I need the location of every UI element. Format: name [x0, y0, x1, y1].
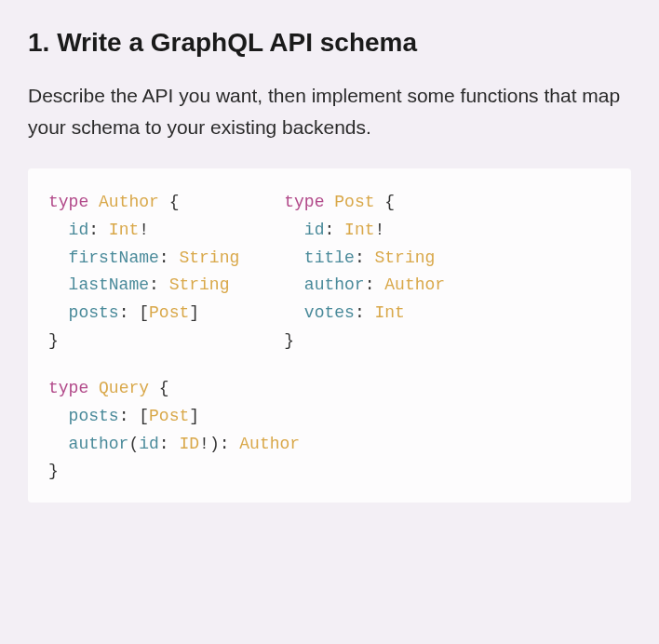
section-description: Describe the API you want, then implemen… [28, 80, 631, 142]
paren-open: ( [128, 435, 139, 453]
bracket-open: [ [139, 303, 149, 322]
bang: ! [374, 221, 384, 239]
colon: : [159, 435, 180, 453]
keyword-type: type [48, 379, 88, 397]
arg-id: id [139, 435, 159, 453]
type-int: Int [109, 221, 139, 239]
keyword-type: type [48, 193, 88, 211]
type-id: ID [179, 435, 199, 453]
field-posts: posts [69, 303, 119, 322]
field-lastname: lastName [69, 275, 149, 294]
colon: : [119, 303, 140, 322]
code-post-type: type Post { id: Int! title: String autho… [284, 189, 445, 355]
field-author: author [304, 275, 365, 294]
typename-post: Post [334, 193, 374, 211]
colon: : [149, 275, 169, 294]
type-post: Post [149, 407, 189, 425]
keyword-type: type [284, 193, 324, 211]
field-votes: votes [304, 303, 355, 322]
code-row: type Author { id: Int! firstName: String… [48, 189, 611, 355]
typename-author: Author [99, 193, 159, 211]
type-author: Author [384, 275, 445, 294]
brace-open: { [159, 193, 180, 211]
type-int: Int [344, 221, 374, 239]
field-author: author [69, 435, 129, 453]
type-post: Post [149, 303, 189, 322]
section-heading: 1. Write a GraphQL API schema [28, 28, 631, 58]
colon: : [88, 221, 109, 239]
field-title: title [304, 248, 355, 267]
typename-query: Query [99, 379, 149, 397]
brace-close: } [284, 331, 294, 350]
type-string: String [169, 275, 230, 294]
colon: : [365, 275, 385, 294]
type-int: Int [374, 303, 404, 322]
type-string: String [374, 248, 435, 267]
colon: : [159, 248, 180, 267]
colon: : [324, 221, 344, 239]
bracket-open: [ [139, 407, 149, 425]
colon: : [355, 303, 375, 322]
code-block: type Author { id: Int! firstName: String… [28, 168, 631, 503]
brace-open: { [375, 193, 396, 211]
field-posts: posts [69, 407, 119, 425]
bang: ! [139, 221, 149, 239]
field-id: id [304, 221, 325, 239]
bracket-close: ] [189, 303, 199, 322]
brace-open: { [149, 379, 169, 397]
colon: : [220, 435, 240, 453]
type-string: String [179, 248, 239, 267]
colon: : [119, 407, 140, 425]
code-author-type: type Author { id: Int! firstName: String… [48, 189, 239, 355]
code-query-type: type Query { posts: [Post] author(id: ID… [48, 375, 611, 486]
field-firstname: firstName [69, 248, 159, 267]
brace-close: } [48, 331, 59, 350]
bang: ! [199, 435, 209, 453]
field-id: id [69, 221, 89, 239]
colon: : [355, 248, 375, 267]
bracket-close: ] [189, 407, 199, 425]
type-author: Author [239, 435, 300, 453]
paren-close: ) [209, 435, 220, 453]
brace-close: } [48, 462, 59, 480]
